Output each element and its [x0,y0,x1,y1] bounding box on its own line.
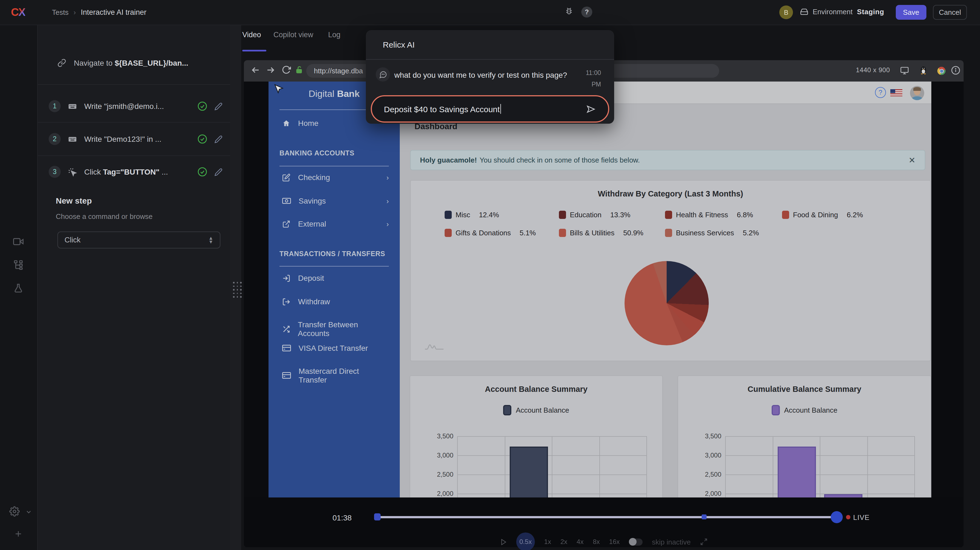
cumulative-balance-card: Cumulative Balance Summary Account Balan… [678,375,931,497]
bank-user-avatar[interactable] [910,86,924,100]
y-tick: 2,500 [694,471,721,478]
bank-menu-withdraw[interactable]: Withdraw [282,297,389,306]
home-icon [282,119,290,127]
speed-0-5x-button[interactable]: 0.5x [516,532,535,550]
video-camera-icon[interactable] [13,236,24,247]
y-tick: 2,500 [426,471,453,478]
bank-menu-deposit[interactable]: Deposit [282,274,389,282]
skip-inactive-toggle[interactable] [629,538,643,545]
speed-8x-button[interactable]: 8x [593,538,600,545]
timeline-playhead[interactable] [831,511,843,523]
flask-icon[interactable] [13,283,24,293]
add-plus-icon[interactable] [14,529,23,539]
player-secondary-row: 0.5x 1x 2x 4x 8x 16x skip inactive [244,532,964,550]
bank-section-banking-accounts: BANKING ACCOUNTS [280,150,355,157]
navigate-step-label: Navigate to ${BASE_URL}/ban... [74,59,188,67]
video-frame: http://stage.dba 1440 x 900 Digital Bank… [244,60,964,547]
alert-close-icon[interactable]: ✕ [908,155,915,165]
divider [280,166,389,166]
speed-1x-button[interactable]: 1x [544,538,551,545]
breadcrumb-tests[interactable]: Tests [52,8,68,16]
flow-tree-icon[interactable] [13,260,24,270]
command-select[interactable]: Click ▲▼ [57,231,220,249]
ai-input-value: Deposit $40 to Savings Account [384,104,500,113]
tab-video[interactable]: Video [242,31,261,39]
speed-4x-button[interactable]: 4x [577,538,584,545]
top-bar: CX Tests › Interactive AI trainer ? B En… [0,0,980,25]
popup-title: Relicx AI [383,40,415,49]
panel-resize-handle[interactable] [230,25,241,550]
skip-inactive-label: skip inactive [652,538,691,546]
cancel-button[interactable]: Cancel [933,5,967,20]
fullscreen-icon[interactable] [700,538,708,545]
settings-gear-icon[interactable] [9,506,20,517]
bank-menu-transfer-between[interactable]: Transfer Between Accounts [282,320,389,338]
keyboard-icon [68,102,77,111]
ai-command-input[interactable]: Deposit $40 to Savings Account [371,95,609,123]
active-tab-underline [242,50,266,51]
playback-time: 01:38 [332,513,352,522]
new-step-title: New step [56,196,92,205]
pie-chart [625,261,709,345]
environment-selector[interactable]: Environment Staging [800,8,884,16]
user-avatar[interactable]: B [779,5,793,19]
text-caret [500,104,501,114]
breadcrumb-current: Interactive AI trainer [81,8,146,16]
step-row-2[interactable]: 2 Write "Demo123!" in ... [49,133,223,145]
environment-value: Staging [857,8,884,16]
tab-copilot-view[interactable]: Copilot view [274,31,313,39]
pie-chart-title: Withdraw By Category (Last 3 Months) [411,189,930,198]
bank-help-icon[interactable]: ? [875,87,886,98]
alert-bold-text: Holy guacamole! [420,156,477,164]
bug-icon[interactable] [565,6,574,16]
relicx-ai-popup: Relicx AI what do you want me to verify … [366,30,614,124]
timeline-track[interactable] [377,516,837,518]
breadcrumb-separator-icon: › [73,8,76,16]
chrome-browser-icon [937,67,945,75]
edit-step-icon[interactable] [215,102,223,110]
chevron-down-icon[interactable] [25,509,32,515]
bar-account-balance[interactable] [824,494,862,497]
info-icon[interactable] [951,66,960,75]
save-button[interactable]: Save [896,5,926,20]
edit-step-icon[interactable] [215,135,223,143]
bank-menu-visa-transfer[interactable]: VISA Direct Transfer [282,344,389,352]
timeline-start-marker[interactable] [374,513,380,520]
bank-menu-savings[interactable]: Savings › [282,196,389,205]
bank-menu-checking[interactable]: Checking › [282,173,389,182]
step-row-3[interactable]: 3 Click Tag="BUTTON" ... [49,166,223,178]
timeline-mid-marker[interactable] [702,515,706,519]
bank-menu-mastercard-transfer[interactable]: Mastercard Direct Transfer [282,367,389,384]
bar-chart-legend: Account Balance [410,405,662,415]
tab-log[interactable]: Log [328,31,340,39]
edit-step-icon[interactable] [215,168,223,176]
us-flag-icon[interactable] [890,89,902,96]
help-icon[interactable]: ? [581,6,592,18]
new-step-subtitle: Choose a command or browse [56,212,153,220]
message-timestamp: 11:00PM [568,67,601,90]
chevron-right-icon: › [387,197,389,205]
alert-text: You should check in on some of those fie… [480,156,640,164]
live-dot-icon [846,515,850,519]
bar-account-balance[interactable] [778,446,816,497]
bar-chart-title: Account Balance Summary [410,385,662,394]
left-icon-rail [0,25,38,550]
app-logo[interactable]: CX [11,6,25,19]
speed-2x-button[interactable]: 2x [560,538,567,545]
browser-back-icon[interactable] [250,65,260,75]
monitor-icon[interactable] [900,66,909,75]
bank-menu-external[interactable]: External › [282,220,389,228]
browser-reload-icon[interactable] [282,65,291,75]
send-icon[interactable] [586,104,596,114]
play-icon[interactable] [500,538,507,545]
pie-chart-card: Withdraw By Category (Last 3 Months) Mis… [410,180,931,361]
navigate-step[interactable]: Navigate to ${BASE_URL}/ban... [57,59,221,67]
chevron-right-icon: › [387,173,389,182]
link-icon [57,59,66,67]
bar-account-balance[interactable] [510,446,548,497]
browser-forward-icon[interactable] [266,65,275,75]
credit-card-icon [282,371,291,379]
speed-16x-button[interactable]: 16x [609,538,620,545]
step-row-1[interactable]: 1 Write "jsmith@demo.i... [49,100,223,112]
pencil-square-icon [282,173,290,182]
